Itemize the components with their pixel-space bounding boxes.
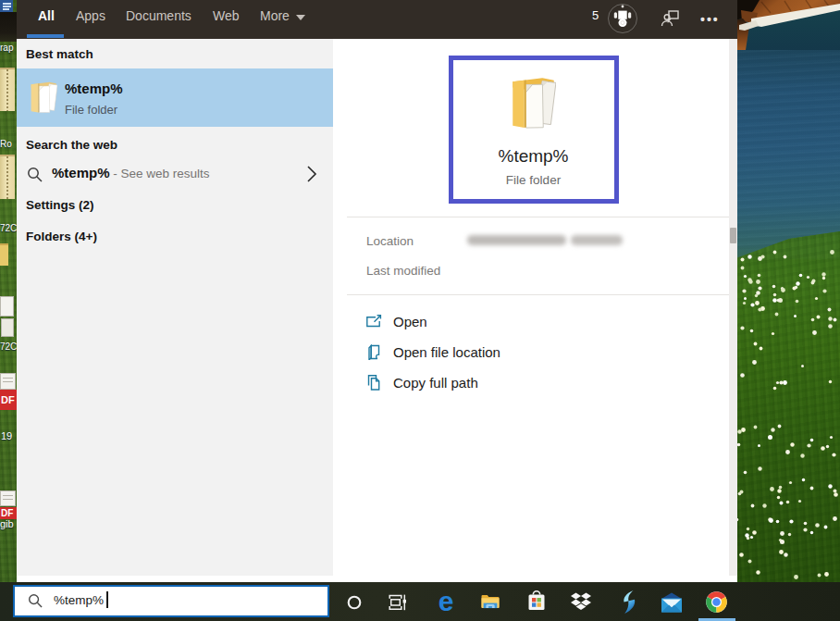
svg-text:e: e [439, 589, 454, 614]
